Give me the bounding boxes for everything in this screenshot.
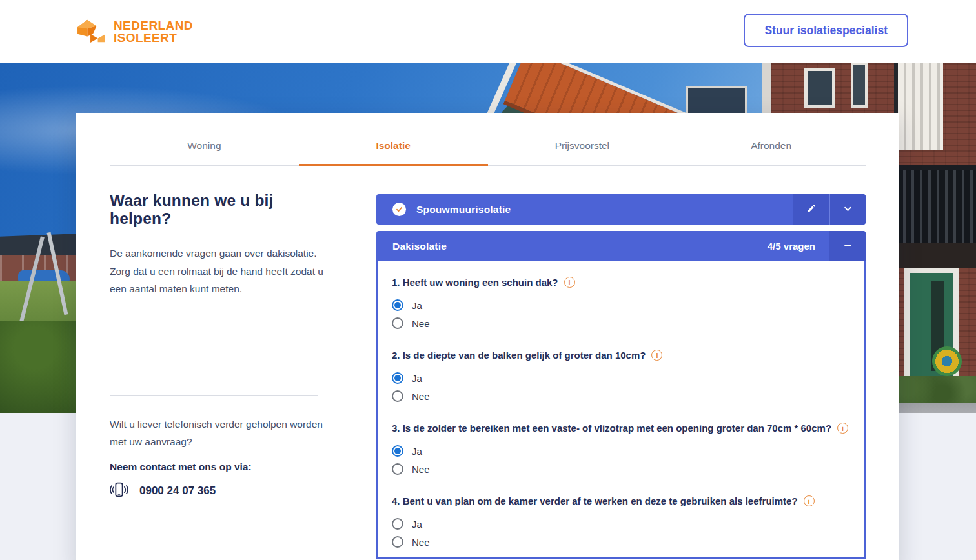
radio-icon[interactable] bbox=[392, 299, 403, 311]
panel-title: Spouwmuurisolatie bbox=[416, 204, 511, 215]
edit-pencil-icon bbox=[806, 203, 817, 215]
radio-icon[interactable] bbox=[392, 372, 403, 384]
intro-text: De aankomende vragen gaan over dakisolat… bbox=[110, 245, 330, 298]
page-title: Waar kunnen we u bij helpen? bbox=[110, 192, 330, 228]
question-group-3: 3. Is de zolder te bereiken met een vast… bbox=[392, 423, 851, 478]
collapse-button[interactable] bbox=[829, 231, 866, 261]
logo-house-icon bbox=[76, 17, 107, 46]
tab-woning[interactable]: Woning bbox=[110, 132, 299, 165]
radio-icon[interactable] bbox=[392, 536, 403, 548]
check-icon bbox=[392, 203, 406, 216]
radio-option-ja[interactable]: Ja bbox=[392, 369, 851, 387]
help-column: Waar kunnen we u bij helpen? De aankomen… bbox=[110, 192, 330, 501]
edit-button[interactable] bbox=[793, 194, 829, 225]
photo-window bbox=[804, 68, 835, 108]
radio-option-ja[interactable]: Ja bbox=[392, 515, 851, 533]
info-icon[interactable]: i bbox=[837, 423, 848, 434]
phone-prompt: Wilt u liever telefonisch verder geholpe… bbox=[110, 415, 330, 451]
wizard-card: Woning Isolatie Prijsvoorstel Afronden W… bbox=[76, 113, 899, 560]
panel-header-main: Spouwmuurisolatie bbox=[376, 194, 793, 225]
radio-option-nee[interactable]: Nee bbox=[392, 533, 851, 551]
tab-isolatie[interactable]: Isolatie bbox=[299, 132, 488, 165]
tab-afronden[interactable]: Afronden bbox=[676, 132, 866, 165]
panel-spouwmuurisolatie-header[interactable]: Spouwmuurisolatie bbox=[376, 194, 866, 225]
contact-label: Neem contact met ons op via: bbox=[110, 461, 330, 473]
radio-icon[interactable] bbox=[392, 445, 403, 457]
question-text: 4. Bent u van plan om de kamer verder af… bbox=[392, 495, 798, 506]
radio-option-nee[interactable]: Nee bbox=[392, 460, 851, 478]
panel-dakisolatie-header[interactable]: Dakisolatie 4/5 vragen bbox=[376, 231, 866, 261]
divider bbox=[110, 395, 318, 396]
phone-icon bbox=[110, 481, 128, 501]
photo-curtain-window bbox=[894, 63, 943, 150]
photo-balcony-base bbox=[897, 243, 976, 268]
radio-option-nee[interactable]: Nee bbox=[392, 387, 851, 405]
insulation-panels: Spouwmuurisolatie Dakisolati bbox=[376, 194, 866, 559]
photo-window bbox=[851, 63, 868, 108]
info-icon[interactable]: i bbox=[804, 495, 815, 506]
question-text: 2. Is de diepte van de balken gelijk of … bbox=[392, 350, 646, 361]
photo-hedge bbox=[891, 376, 976, 405]
radio-option-nee[interactable]: Nee bbox=[392, 314, 851, 332]
question-group-2: 2. Is de diepte van de balken gelijk of … bbox=[392, 350, 851, 405]
chevron-down-icon bbox=[843, 204, 853, 215]
panel-title: Dakisolatie bbox=[392, 241, 447, 252]
question-text: 1. Heeft uw woning een schuin dak? bbox=[392, 277, 558, 288]
photo-pavement bbox=[891, 403, 976, 413]
dakisolatie-question-panel: 1. Heeft uw woning een schuin dak? i Ja … bbox=[376, 261, 866, 559]
top-header: NEDERLAND ISOLEERT Stuur isolatiespecial… bbox=[0, 0, 976, 63]
tab-prijsvoorstel[interactable]: Prijsvoorstel bbox=[488, 132, 677, 165]
radio-icon[interactable] bbox=[392, 463, 403, 475]
radio-icon[interactable] bbox=[392, 518, 403, 530]
info-icon[interactable]: i bbox=[651, 350, 662, 361]
radio-icon[interactable] bbox=[392, 390, 403, 402]
collapse-minus-icon bbox=[843, 241, 853, 252]
question-group-4: 4. Bent u van plan om de kamer verder af… bbox=[392, 495, 851, 551]
phone-row: 0900 24 07 365 bbox=[110, 481, 330, 501]
phone-number-link[interactable]: 0900 24 07 365 bbox=[139, 485, 216, 497]
question-group-1: 1. Heeft uw woning een schuin dak? i Ja … bbox=[392, 277, 851, 332]
logo[interactable]: NEDERLAND ISOLEERT bbox=[76, 17, 193, 46]
expand-button[interactable] bbox=[829, 194, 866, 225]
send-specialist-button[interactable]: Stuur isolatiespecialist bbox=[744, 14, 908, 47]
question-text: 3. Is de zolder te bereiken met een vast… bbox=[392, 423, 831, 434]
logo-text: NEDERLAND ISOLEERT bbox=[114, 19, 193, 44]
radio-option-ja[interactable]: Ja bbox=[392, 296, 851, 314]
photo-garden-hose bbox=[932, 346, 962, 376]
panel-header-main: Dakisolatie bbox=[376, 231, 768, 261]
radio-option-ja[interactable]: Ja bbox=[392, 442, 851, 460]
info-icon[interactable]: i bbox=[564, 277, 575, 288]
photo-balcony bbox=[897, 165, 976, 243]
progress-badge: 4/5 vragen bbox=[768, 231, 815, 261]
radio-icon[interactable] bbox=[392, 317, 403, 329]
wizard-steps: Woning Isolatie Prijsvoorstel Afronden bbox=[110, 132, 866, 166]
